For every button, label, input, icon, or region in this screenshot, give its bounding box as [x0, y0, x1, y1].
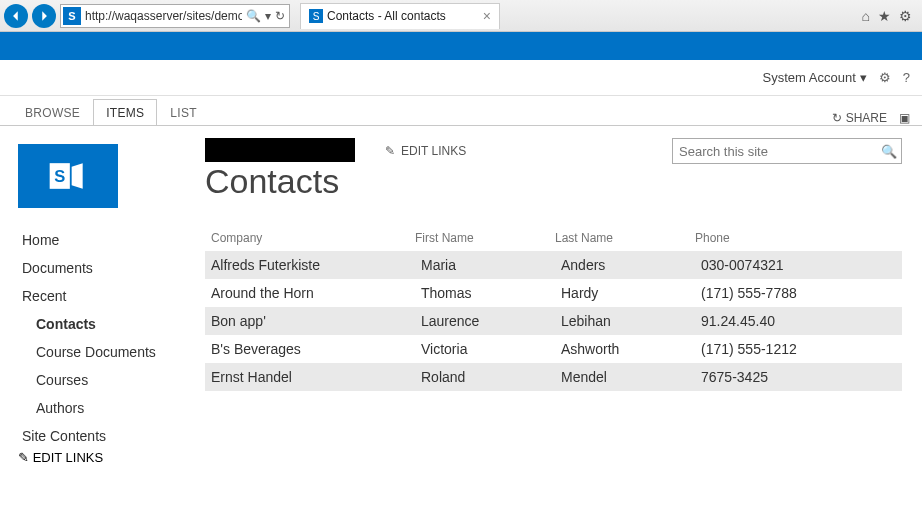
col-header-lastname[interactable]: Last Name [555, 231, 695, 245]
col-header-company[interactable]: Company [205, 231, 415, 245]
cell-phone: 030-0074321 [695, 257, 902, 273]
home-icon[interactable]: ⌂ [862, 8, 870, 24]
cell-lastname: Mendel [555, 369, 695, 385]
address-tools: 🔍 ▾ ↻ [242, 9, 289, 23]
close-tab-icon[interactable]: × [483, 8, 491, 24]
cell-company: B's Beverages [205, 341, 415, 357]
suite-bar: System Account ▾ ⚙ ? [0, 60, 922, 96]
browser-cmd-bar: ⌂ ★ ⚙ [862, 8, 918, 24]
dropdown-icon[interactable]: ▾ [265, 9, 271, 23]
share-button[interactable]: ↻ SHARE [832, 111, 887, 125]
cell-lastname: Anders [555, 257, 695, 273]
cell-phone: (171) 555-1212 [695, 341, 902, 357]
redacted-site-title [205, 138, 355, 162]
site-favicon: S [63, 7, 81, 25]
list-body: Alfreds FuterkisteMariaAnders030-0074321… [205, 251, 902, 391]
refresh-icon[interactable]: ↻ [275, 9, 285, 23]
sidebar-item[interactable]: Course Documents [18, 338, 195, 366]
browser-chrome: S http://waqasserver/sites/demo 🔍 ▾ ↻ S … [0, 0, 922, 32]
page-title: Contacts [205, 162, 355, 201]
svg-text:S: S [54, 167, 65, 185]
edit-links-quicklaunch[interactable]: ✎ EDIT LINKS [18, 450, 195, 465]
col-header-phone[interactable]: Phone [695, 231, 902, 245]
title-row: Contacts ✎ EDIT LINKS 🔍 [205, 138, 902, 201]
focus-icon[interactable]: ▣ [899, 111, 910, 125]
sidebar-item[interactable]: Authors [18, 394, 195, 422]
main-column: Contacts ✎ EDIT LINKS 🔍 Company First Na… [195, 126, 922, 465]
help-icon[interactable]: ? [903, 70, 910, 85]
title-block: Contacts [205, 138, 355, 201]
cell-company: Bon app' [205, 313, 415, 329]
chevron-down-icon: ▾ [860, 70, 867, 85]
sidebar-item[interactable]: Documents [18, 254, 195, 282]
sharepoint-favicon: S [309, 9, 323, 23]
sidebar-item[interactable]: Contacts [18, 310, 195, 338]
ribbon-right: ↻ SHARE ▣ [832, 111, 910, 125]
search-icon[interactable]: 🔍 [877, 144, 901, 159]
content-area: S HomeDocumentsRecentContactsCourse Docu… [0, 126, 922, 465]
search-input[interactable] [673, 144, 877, 159]
url-text: http://waqasserver/sites/demo [83, 9, 242, 23]
sharepoint-logo-icon: S [46, 154, 90, 198]
edit-links-topnav[interactable]: ✎ EDIT LINKS [385, 144, 466, 158]
tab-browse[interactable]: BROWSE [12, 99, 93, 125]
table-row[interactable]: Alfreds FuterkisteMariaAnders030-0074321 [205, 251, 902, 279]
table-row[interactable]: Around the HornThomasHardy(171) 555-7788 [205, 279, 902, 307]
tab-title: Contacts - All contacts [327, 9, 446, 23]
page-body: System Account ▾ ⚙ ? BROWSE ITEMS LIST ↻… [0, 32, 922, 524]
tab-list[interactable]: LIST [157, 99, 210, 125]
share-label: SHARE [846, 111, 887, 125]
back-button[interactable] [4, 4, 28, 28]
sidebar-item[interactable]: Home [18, 226, 195, 254]
cell-company: Ernst Handel [205, 369, 415, 385]
quick-launch: HomeDocumentsRecentContactsCourse Docume… [18, 226, 195, 450]
cell-firstname: Victoria [415, 341, 555, 357]
cell-phone: (171) 555-7788 [695, 285, 902, 301]
address-bar[interactable]: S http://waqasserver/sites/demo 🔍 ▾ ↻ [60, 4, 290, 28]
edit-links-top-label: EDIT LINKS [401, 144, 466, 158]
col-header-firstname[interactable]: First Name [415, 231, 555, 245]
cell-firstname: Maria [415, 257, 555, 273]
table-row[interactable]: Bon app'LaurenceLebihan91.24.45.40 [205, 307, 902, 335]
account-menu[interactable]: System Account ▾ [763, 70, 867, 85]
list-header-row: Company First Name Last Name Phone [205, 223, 902, 251]
cell-lastname: Ashworth [555, 341, 695, 357]
svg-marker-2 [72, 163, 83, 189]
site-logo[interactable]: S [18, 144, 118, 208]
cell-firstname: Roland [415, 369, 555, 385]
gear-icon[interactable]: ⚙ [879, 70, 891, 85]
browser-tab[interactable]: S Contacts - All contacts × [300, 3, 500, 29]
left-column: S HomeDocumentsRecentContactsCourse Docu… [0, 126, 195, 465]
table-row[interactable]: B's BeveragesVictoriaAshworth(171) 555-1… [205, 335, 902, 363]
cell-firstname: Laurence [415, 313, 555, 329]
cell-lastname: Lebihan [555, 313, 695, 329]
favorites-icon[interactable]: ★ [878, 8, 891, 24]
pencil-icon: ✎ [18, 450, 29, 465]
pencil-icon: ✎ [385, 144, 395, 158]
account-label: System Account [763, 70, 856, 85]
cell-company: Around the Horn [205, 285, 415, 301]
cell-phone: 7675-3425 [695, 369, 902, 385]
ribbon: BROWSE ITEMS LIST ↻ SHARE ▣ [0, 96, 922, 126]
tools-icon[interactable]: ⚙ [899, 8, 912, 24]
sidebar-item[interactable]: Courses [18, 366, 195, 394]
forward-button[interactable] [32, 4, 56, 28]
sidebar-item[interactable]: Recent [18, 282, 195, 310]
suite-bar-strip [0, 32, 922, 60]
tab-items[interactable]: ITEMS [93, 99, 157, 125]
cell-lastname: Hardy [555, 285, 695, 301]
share-icon: ↻ [832, 111, 842, 125]
search-dropdown-icon[interactable]: 🔍 [246, 9, 261, 23]
cell-company: Alfreds Futerkiste [205, 257, 415, 273]
sidebar-item[interactable]: Site Contents [18, 422, 195, 450]
cell-phone: 91.24.45.40 [695, 313, 902, 329]
table-row[interactable]: Ernst HandelRolandMendel7675-3425 [205, 363, 902, 391]
edit-links-label: EDIT LINKS [33, 450, 104, 465]
cell-firstname: Thomas [415, 285, 555, 301]
search-box[interactable]: 🔍 [672, 138, 902, 164]
